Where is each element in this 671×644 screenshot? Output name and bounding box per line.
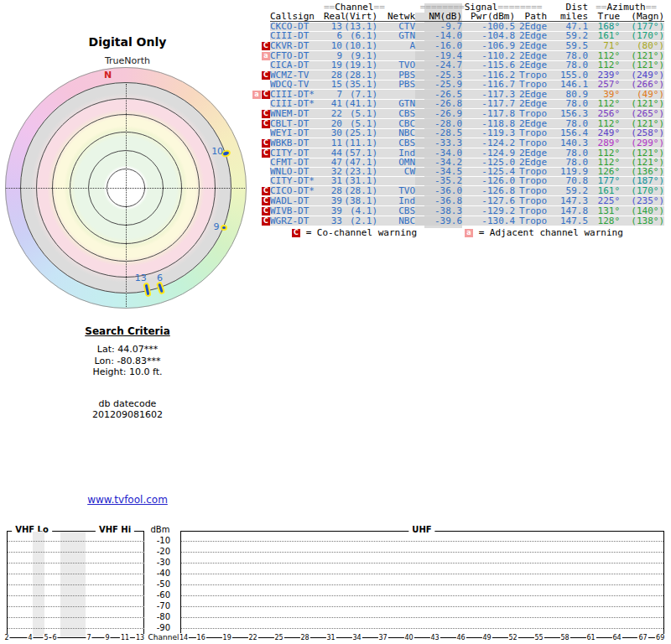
- cell-virt: (28.1): [342, 186, 377, 195]
- cell-netwk: PBS: [377, 80, 415, 89]
- cell-miles: 146.1: [547, 80, 588, 89]
- dbm-gridline: [181, 552, 663, 553]
- table-row: WDCQ-TV15(35.1)PBS-25.9-116.7Tropo146.12…: [247, 80, 664, 89]
- cell-virt: (41.1): [342, 100, 377, 108]
- cell-netwk: A: [377, 41, 415, 50]
- dbm-gridline: [181, 617, 663, 618]
- cell-virt: (10.1): [342, 41, 377, 50]
- dbm-tick-label: -10: [147, 536, 170, 545]
- dbm-gridline: [8, 563, 144, 564]
- cell-nm: -24.7: [415, 61, 462, 70]
- uhf-channel-tick: 16: [196, 634, 206, 641]
- co-channel-flag-icon: C: [262, 197, 270, 205]
- cell-callsign: CICA-DT: [270, 61, 324, 70]
- tvfool-link[interactable]: www.tvfool.com: [87, 494, 168, 506]
- table-row: CCKVR-DT10(10.1)A-16.0-106.92Edge59.571°…: [247, 41, 664, 50]
- dbm-tick-label: -90: [147, 623, 170, 632]
- cell-magn: (187°): [620, 177, 664, 185]
- cell-pwr: -129.2: [462, 206, 515, 216]
- cell-pwr: -106.9: [462, 41, 515, 50]
- dbm-tick-label: -70: [147, 601, 170, 610]
- db-datecode-value: 201209081602: [44, 409, 211, 421]
- dbm-tick-label: -80: [147, 612, 170, 621]
- cell-virt: (25.1): [342, 129, 377, 138]
- cell-netwk: GTN: [377, 100, 415, 108]
- cell-miles: 78.0: [547, 100, 588, 108]
- warning-flag-cell: C: [247, 186, 270, 195]
- table-row: CITY-DT*31(31.1)-35.2-126.0Tropo70.8177°…: [247, 177, 664, 185]
- warning-flag-cell: [247, 100, 270, 108]
- cell-nm: -38.3: [415, 206, 462, 216]
- vhf-channel-tick: 7: [86, 634, 91, 641]
- dbm-tick-label: -60: [147, 590, 170, 600]
- cell-miles: 59.2: [547, 186, 588, 195]
- cell-true: 249°: [588, 129, 620, 138]
- warning-flag-cell: C: [247, 109, 270, 118]
- latitude-value: Lat: 44.07***: [44, 344, 211, 356]
- dbm-axis-label: dBm: [148, 525, 173, 534]
- cell-miles: 147.5: [547, 216, 588, 226]
- table-row: CWNEM-DT22(5.1)CBS-26.9-117.8Tropo156.32…: [247, 109, 664, 118]
- cell-virt: (19.1): [342, 61, 377, 70]
- cell-callsign: WEYI-DT: [270, 129, 324, 138]
- cell-miles: 147.3: [547, 196, 588, 205]
- dbm-gridline: [8, 541, 144, 542]
- tvfool-report-page: Digital Only TrueNorth N 109136 ==Channe…: [0, 0, 671, 644]
- uhf-channel-tick: 49: [481, 634, 492, 641]
- cell-path: Tropo: [515, 206, 547, 216]
- cell-netwk: [377, 177, 415, 185]
- uhf-channel-tick: 55: [533, 634, 544, 641]
- cell-callsign: CICO-DT*: [270, 186, 324, 195]
- dbm-tick-label: -20: [147, 547, 170, 556]
- cell-path: Tropo: [515, 138, 547, 148]
- table-row: CWBKB-DT11(11.1)CBS-33.3-124.2Tropo140.3…: [247, 138, 664, 148]
- table-row: WEYI-DT30(25.1)NBC-28.5-119.3Tropo156.42…: [247, 129, 664, 138]
- cell-netwk: CBS: [377, 138, 415, 148]
- search-criteria: Search Criteria Lat: 44.07*** Lon: -80.8…: [44, 325, 211, 421]
- uhf-channel-tick: 28: [300, 634, 310, 641]
- warning-flag-cell: aC: [247, 90, 270, 99]
- cell-netwk: CW: [377, 168, 415, 176]
- cell-path: Tropo: [515, 109, 547, 118]
- cell-magn: (265°): [620, 109, 664, 118]
- signal-marker-channel-label: 10: [211, 146, 223, 157]
- cell-miles: 140.3: [547, 138, 588, 148]
- co-channel-flag-icon: C: [262, 139, 270, 148]
- cell-nm: -33.3: [415, 138, 462, 148]
- warning-flag-cell: C: [247, 119, 270, 128]
- cell-real: 41: [324, 100, 342, 108]
- cell-callsign: WNEM-DT: [270, 109, 324, 118]
- warning-flag-cell: C: [247, 206, 270, 216]
- dbm-gridline: [181, 563, 663, 564]
- cell-miles: 59.2: [547, 32, 588, 40]
- cell-nm: -26.9: [415, 109, 462, 118]
- site-link-wrap: www.tvfool.com: [0, 494, 255, 506]
- cell-path: Tropo: [515, 129, 547, 138]
- uhf-channel-tick: 25: [274, 634, 284, 641]
- cell-miles: 78.0: [547, 61, 588, 70]
- warning-flag-cell: C: [247, 70, 270, 80]
- co-channel-flag-icon: C: [262, 91, 270, 99]
- cell-real: 39: [324, 206, 342, 216]
- uhf-channel-tick: 31: [326, 634, 336, 641]
- cell-true: 289°: [588, 138, 620, 148]
- dbm-tick-label: -30: [147, 558, 170, 567]
- uhf-channel-tick: 67: [637, 634, 648, 641]
- cell-magn: (299°): [620, 138, 664, 148]
- dbm-gridline: [181, 606, 663, 607]
- cell-virt: (4.1): [342, 206, 377, 216]
- polar-ring-outline: [5, 67, 247, 309]
- cell-pwr: -104.8: [462, 32, 515, 40]
- uhf-channel-tick: 58: [559, 634, 570, 641]
- dbm-gridline: [8, 574, 144, 574]
- cell-path: Tropo: [515, 186, 547, 195]
- warning-flag-cell: C: [247, 41, 270, 50]
- cell-real: 22: [324, 109, 342, 118]
- cell-true: 177°: [588, 177, 620, 185]
- warning-flag-cell: [247, 158, 270, 167]
- cell-miles: 156.4: [547, 129, 588, 138]
- warning-flag-cell: [247, 129, 270, 138]
- dbm-gridline: [8, 584, 144, 585]
- cell-nm: -39.6: [415, 216, 462, 226]
- uhf-channel-tick: 40: [403, 634, 414, 641]
